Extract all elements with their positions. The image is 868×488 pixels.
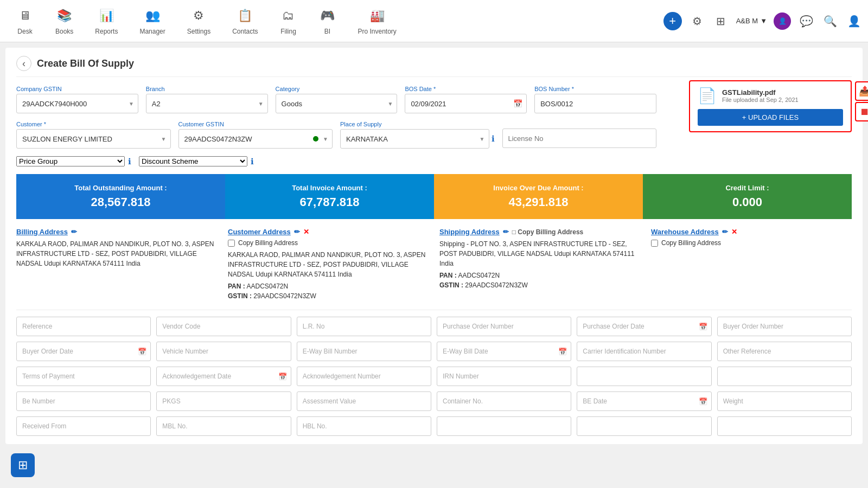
customer-gstin-select[interactable]: 29AADCS0472N3ZW	[178, 129, 333, 149]
company-gstin-select[interactable]: 29AADCK7940H000	[16, 94, 138, 113]
stop-button[interactable]: ⏹	[855, 102, 868, 121]
nav-books[interactable]: 📚 Books	[44, 2, 84, 41]
mbl-no-input[interactable]	[156, 416, 291, 436]
empty-input-3[interactable]	[437, 416, 571, 436]
search-icon[interactable]: 🔍	[821, 12, 839, 30]
be-number-field-item	[16, 391, 151, 411]
other-reference-field-item	[717, 342, 852, 361]
upload-date: File uploaded at Sep 2, 2021	[722, 97, 799, 103]
back-button[interactable]: ‹	[16, 56, 31, 71]
hbl-no-field-item	[297, 416, 431, 436]
customer-address-col: Customer Address ✏ ✕ Copy Billing Addres…	[228, 228, 429, 301]
customer-edit-icon[interactable]: ✏	[294, 228, 300, 236]
customer-address-close-icon[interactable]: ✕	[303, 228, 309, 236]
empty-input-5[interactable]	[717, 416, 852, 436]
eway-bill-number-input[interactable]	[297, 342, 431, 361]
nav-reports-label: Reports	[95, 28, 118, 35]
customer-pan-value: AADCS0472N	[246, 282, 288, 290]
vehicle-number-input[interactable]	[156, 342, 291, 361]
empty-input-2[interactable]	[717, 367, 852, 386]
received-from-input[interactable]	[16, 416, 151, 436]
empty-input-1[interactable]	[577, 367, 711, 386]
reference-input[interactable]	[16, 317, 151, 336]
irn-number-input[interactable]	[437, 367, 571, 386]
nav-desk-label: Desk	[17, 28, 32, 35]
vendor-code-input[interactable]	[156, 317, 291, 336]
branch-select[interactable]: A2	[146, 94, 268, 113]
customer-copy-billing-checkbox[interactable]	[228, 240, 235, 247]
user-avatar[interactable]: 👤	[774, 12, 791, 30]
eway-bill-date-input[interactable]	[437, 342, 571, 361]
bos-number-label: BOS Number *	[534, 86, 656, 92]
contacts-icon: 📋	[237, 7, 254, 24]
other-reference-input[interactable]	[717, 342, 852, 361]
billing-address-link[interactable]: Billing Address	[16, 228, 68, 236]
license-no-input[interactable]	[502, 129, 657, 148]
customer-gstin-label: Customer GSTIN	[178, 121, 333, 127]
billing-edit-icon[interactable]: ✏	[71, 228, 77, 236]
bos-number-input[interactable]	[534, 94, 656, 113]
be-number-input[interactable]	[16, 391, 151, 411]
pkgs-input[interactable]	[156, 391, 291, 411]
terms-of-payment-input[interactable]	[16, 367, 151, 386]
warehouse-copy-billing-checkbox[interactable]	[651, 240, 658, 247]
warehouse-edit-icon[interactable]: ✏	[722, 228, 728, 236]
nav-desk[interactable]: 🖥 Desk	[5, 2, 44, 41]
lr-no-input[interactable]	[297, 317, 431, 336]
profile-icon[interactable]: 👤	[845, 12, 863, 30]
nav-reports[interactable]: 📊 Reports	[84, 2, 129, 41]
add-new-button[interactable]: +	[663, 12, 682, 30]
nav-contacts[interactable]: 📋 Contacts	[221, 2, 269, 41]
bos-date-input[interactable]	[405, 94, 527, 113]
hbl-no-input[interactable]	[297, 416, 431, 436]
main-content: ‹ Create Bill Of Supply 📄 GSTLiability.p…	[0, 48, 868, 488]
nav-bi[interactable]: 🎮 BI	[308, 2, 347, 41]
upload-files-button[interactable]: + UPLOAD FILES	[698, 109, 843, 126]
outstanding-value: 28,567.818	[27, 195, 214, 209]
warehouse-address-link[interactable]: Warehouse Address	[651, 228, 719, 236]
company-selector[interactable]: A&B M ▼	[736, 17, 767, 25]
customer-address-title: Customer Address ✏ ✕	[228, 228, 429, 236]
buyer-order-number-input[interactable]	[717, 317, 852, 336]
nav-filing[interactable]: 🗂 Filing	[269, 2, 308, 41]
discount-scheme-info-icon: ℹ	[251, 157, 254, 166]
shipping-address-link[interactable]: Shipping Address	[439, 228, 500, 236]
container-no-input[interactable]	[437, 391, 571, 411]
category-select[interactable]: Goods	[276, 94, 398, 113]
place-of-supply-select[interactable]: KARNATAKA	[340, 129, 489, 149]
chat-icon[interactable]: 💬	[797, 12, 815, 30]
po-date-input[interactable]	[577, 317, 711, 336]
company-name: A&B M	[736, 17, 758, 25]
nav-pro-inventory[interactable]: 🏭 Pro Inventory	[347, 2, 407, 41]
copy-billing-addr-link[interactable]: □ Copy Billing Address	[512, 228, 583, 236]
customer-address-link[interactable]: Customer Address	[228, 228, 291, 236]
empty-input-4[interactable]	[577, 416, 711, 436]
customer-select[interactable]: SUZLON ENERGY LIMITED	[16, 129, 171, 149]
nav-contacts-label: Contacts	[232, 28, 258, 35]
buyer-order-date-input[interactable]	[16, 342, 151, 361]
warehouse-address-close-icon[interactable]: ✕	[731, 228, 737, 236]
nav-manager-label: Manager	[139, 28, 165, 35]
weight-input[interactable]	[717, 391, 852, 411]
floating-grid-button[interactable]: ⊞	[11, 453, 35, 477]
layout-icon[interactable]: ⊞	[712, 12, 730, 30]
shipping-edit-icon[interactable]: ✏	[503, 228, 509, 236]
nav-settings[interactable]: ⚙ Settings	[176, 2, 221, 41]
po-number-field-item	[437, 317, 571, 336]
be-date-input-wrap: 📅	[577, 391, 711, 411]
billing-address-text: KARKALA RAOD, PALIMAR AND NANDIKUR, PLOT…	[16, 239, 217, 268]
upload-action-button[interactable]: 📤 1	[855, 81, 868, 101]
nav-manager[interactable]: 👥 Manager	[129, 2, 176, 41]
ack-number-input[interactable]	[297, 367, 431, 386]
empty-field-1	[577, 367, 711, 386]
be-date-input[interactable]	[577, 391, 711, 411]
po-number-input[interactable]	[437, 317, 571, 336]
ack-date-input[interactable]	[156, 367, 291, 386]
assessment-value-input[interactable]	[297, 391, 431, 411]
settings-gear-icon[interactable]: ⚙	[688, 12, 706, 30]
discount-scheme-select[interactable]: Discount Scheme	[139, 156, 247, 166]
carrier-id-input[interactable]	[577, 342, 711, 361]
upload-panel: 📄 GSTLiability.pdf File uploaded at Sep …	[689, 80, 852, 132]
be-date-cal-icon: 📅	[699, 397, 707, 406]
price-group-select[interactable]: Price Group	[16, 156, 125, 166]
